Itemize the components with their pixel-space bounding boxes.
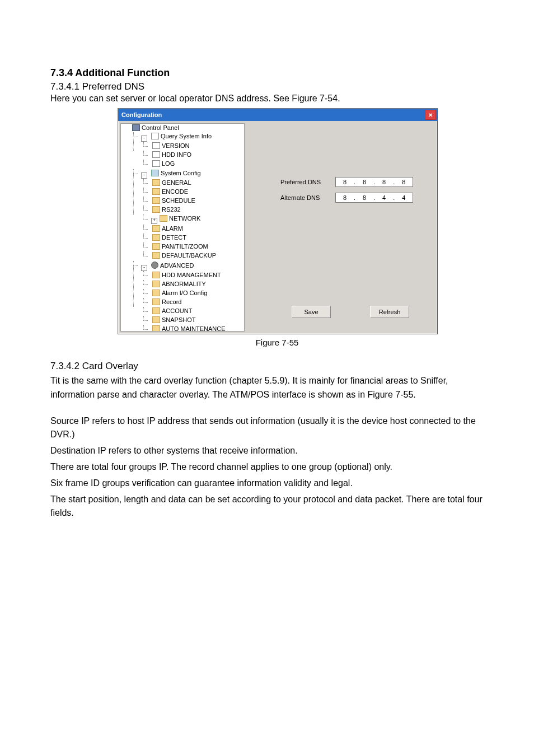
dot-icon: .	[392, 194, 396, 201]
folder-icon	[152, 225, 160, 232]
tree-auto-maintenance[interactable]: AUTO MAINTENANCE	[151, 325, 226, 332]
folder-icon	[152, 179, 160, 186]
tree-item-label: RS232	[162, 206, 181, 213]
tree-alarm-io[interactable]: Alarm I/O Config	[151, 290, 208, 296]
save-button[interactable]: Save	[292, 306, 331, 318]
figure-caption: Figure 7-55	[118, 338, 437, 347]
tree-system-config[interactable]: System Config	[150, 170, 202, 176]
preferred-dns-row: Preferred DNS . . .	[280, 177, 413, 187]
tree-item-label: PAN/TILT/ZOOM	[162, 243, 208, 250]
tree-record[interactable]: Record	[151, 298, 182, 305]
tree-query-system-info[interactable]: Query System Info	[150, 133, 213, 139]
pref-octet-3[interactable]	[376, 178, 392, 186]
dot-icon: .	[372, 194, 376, 201]
alt-octet-2[interactable]	[357, 194, 372, 202]
gear-icon	[151, 262, 158, 269]
tree-ptz[interactable]: PAN/TILT/ZOOM	[151, 243, 209, 250]
page-icon	[152, 160, 160, 167]
dialog-title: Configuration	[121, 111, 162, 118]
alt-octet-3[interactable]	[376, 194, 392, 202]
tree-rs232[interactable]: RS232	[151, 206, 182, 213]
tree-item-label: NETWORK	[169, 215, 200, 222]
folder-icon	[152, 316, 160, 323]
tree-log[interactable]: LOG	[151, 160, 176, 167]
tree-control-panel[interactable]: Control Panel	[131, 124, 180, 131]
tree-item-label: DETECT	[162, 234, 186, 241]
configuration-dialog: Configuration ✕ Control Panel	[118, 108, 438, 334]
paragraph: Six frame ID groups verification can gua…	[50, 477, 484, 491]
tree-snapshot[interactable]: SNAPSHOT	[151, 316, 197, 323]
close-icon[interactable]: ✕	[425, 110, 436, 120]
tree-detect[interactable]: DETECT	[151, 234, 188, 241]
tree-item-label: Query System Info	[161, 133, 212, 139]
tree-alarm[interactable]: ALARM	[151, 225, 184, 232]
paragraph: Tit is the same with the card overlay fu…	[50, 374, 484, 402]
folder-icon	[152, 243, 160, 250]
paragraph: There are total four groups IP. The reco…	[50, 460, 484, 474]
content-pane: Preferred DNS . . . Alternate DNS	[247, 121, 437, 334]
folder-icon	[152, 307, 160, 314]
tree-hdd-info[interactable]: HDD INFO	[151, 151, 193, 158]
tree-advanced[interactable]: ADVANCED	[150, 262, 195, 269]
tree-twist-icon[interactable]: -	[141, 265, 147, 271]
tree-item-label: Alarm I/O Config	[162, 290, 207, 296]
paragraph: Destination IP refers to other systems t…	[50, 444, 484, 458]
alternate-dns-label: Alternate DNS	[280, 194, 325, 201]
tree-item-label: ALARM	[162, 225, 183, 232]
config-tree[interactable]: Control Panel - Query System Info	[120, 123, 245, 332]
tree-item-label: ENCODE	[162, 188, 188, 195]
section-heading: 7.3.4 Additional Function	[50, 67, 484, 79]
dot-icon: .	[353, 179, 357, 185]
preferred-dns-label: Preferred DNS	[280, 179, 325, 185]
tree-item-label: DEFAULT/BACKUP	[162, 252, 216, 259]
tree-item-label: Record	[162, 298, 181, 305]
dot-icon: .	[353, 194, 357, 201]
alt-octet-1[interactable]	[337, 194, 353, 202]
pref-octet-4[interactable]	[396, 178, 411, 186]
tree-item-label: VERSION	[162, 142, 190, 149]
folder-icon	[152, 206, 160, 213]
tree-abnormality[interactable]: ABNORMALITY	[151, 281, 207, 287]
folder-icon	[152, 234, 160, 241]
page-icon	[152, 142, 160, 149]
dialog-titlebar: Configuration ✕	[118, 109, 437, 121]
dot-icon: .	[392, 179, 396, 185]
dot-icon: .	[372, 179, 376, 185]
tree-account[interactable]: ACCOUNT	[151, 307, 193, 314]
preferred-dns-input[interactable]: . . .	[335, 177, 413, 187]
intro-text: Here you can set server or local operato…	[50, 94, 484, 104]
tree-item-label: SCHEDULE	[162, 197, 195, 204]
alternate-dns-input[interactable]: . . .	[335, 193, 413, 203]
page-icon	[152, 151, 160, 158]
tree-twist-icon[interactable]: -	[141, 136, 147, 142]
tree-schedule[interactable]: SCHEDULE	[151, 197, 196, 204]
folder-icon	[152, 197, 160, 204]
tree-general[interactable]: GENERAL	[151, 179, 193, 186]
tree-item-label: ABNORMALITY	[162, 281, 206, 287]
refresh-button[interactable]: Refresh	[370, 306, 409, 318]
tree-twist-icon[interactable]: +	[151, 218, 157, 224]
tree-version[interactable]: VERSION	[151, 142, 191, 149]
tree-item-label: Control Panel	[142, 124, 179, 131]
alt-octet-4[interactable]	[396, 194, 411, 202]
folder-icon	[152, 188, 160, 195]
page-icon	[151, 133, 159, 139]
folder-icon	[152, 298, 160, 305]
pref-octet-2[interactable]	[357, 178, 372, 186]
tree-item-label: ADVANCED	[160, 262, 194, 269]
folder-icon	[152, 290, 160, 296]
tree-default-backup[interactable]: DEFAULT/BACKUP	[151, 252, 217, 259]
tree-item-label: SNAPSHOT	[162, 316, 196, 323]
tree-network[interactable]: NETWORK	[158, 215, 202, 222]
tree-item-label: LOG	[162, 160, 175, 167]
folder-icon	[152, 281, 160, 287]
tree-encode[interactable]: ENCODE	[151, 188, 189, 195]
tree-item-label: ACCOUNT	[162, 307, 192, 314]
folder-icon	[152, 272, 160, 278]
tree-twist-icon[interactable]: -	[141, 172, 147, 179]
tree-hdd-management[interactable]: HDD MANAGEMENT	[151, 272, 222, 278]
tree-item-label: GENERAL	[162, 179, 191, 186]
pref-octet-1[interactable]	[337, 178, 353, 186]
folder-icon	[160, 215, 167, 222]
folder-icon	[152, 325, 160, 332]
